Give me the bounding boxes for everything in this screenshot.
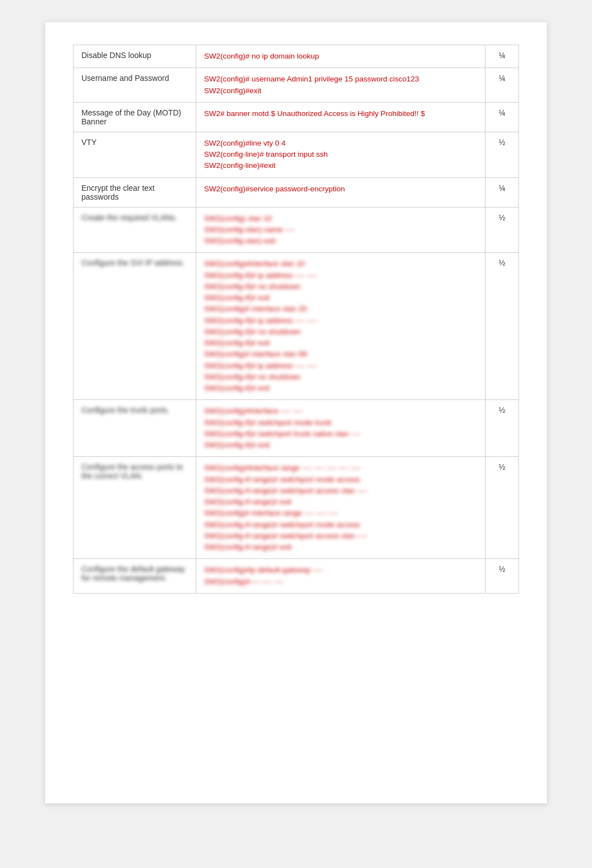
table-row: Configure the trunk ports.SW2(config)#in… — [74, 400, 519, 457]
table-row: Create the required VLANs.SW2(config) vl… — [74, 207, 519, 253]
points-cell: ¼ — [486, 102, 519, 132]
command-cell: SW2(config)#interface ---- ----SW2(confi… — [196, 400, 486, 457]
table-row: Disable DNS lookupSW2(config)# no ip dom… — [74, 45, 519, 68]
points-cell: ½ — [486, 559, 519, 594]
table-row: Username and PasswordSW2(config)# userna… — [74, 68, 519, 103]
points-cell: ¼ — [486, 177, 519, 207]
points-cell: ½ — [486, 207, 519, 253]
command-cell: SW2(config)#ip default-gateway ----SW2(c… — [196, 559, 486, 594]
points-cell: ½ — [486, 457, 519, 559]
config-table: Disable DNS lookupSW2(config)# no ip dom… — [73, 45, 519, 594]
table-row: Encrypt the clear text passwordsSW2(conf… — [74, 177, 519, 207]
command-cell: SW2# banner motd $ Unauthorized Access i… — [196, 102, 486, 132]
points-cell: ½ — [486, 400, 519, 457]
task-cell: Configure the trunk ports. — [74, 400, 196, 457]
task-cell: Username and Password — [74, 68, 196, 103]
command-cell: SW2(config)#service password-encryption — [196, 177, 486, 207]
task-cell: VTY — [74, 132, 196, 177]
points-cell: ¼ — [486, 45, 519, 68]
task-cell: Disable DNS lookup — [74, 45, 196, 68]
table-row: Configure the default gateway for remote… — [74, 559, 519, 594]
command-cell: SW2(config)#interface vlan 10SW2(config-… — [196, 253, 486, 400]
task-cell: Configure the default gateway for remote… — [74, 559, 196, 594]
task-cell: Encrypt the clear text passwords — [74, 177, 196, 207]
command-cell: SW2(config)# no ip domain lookup — [196, 45, 486, 68]
command-cell: SW2(config)#line vty 0 4SW2(config-line)… — [196, 132, 486, 177]
table-row: Configure the SVI IP address.SW2(config)… — [74, 253, 519, 400]
points-cell: ½ — [486, 253, 519, 400]
task-cell: Configure the SVI IP address. — [74, 253, 196, 400]
page: Disable DNS lookupSW2(config)# no ip dom… — [45, 22, 547, 803]
points-cell: ¼ — [486, 68, 519, 103]
table-row: Message of the Day (MOTD) BannerSW2# ban… — [74, 102, 519, 132]
task-cell: Message of the Day (MOTD) Banner — [74, 102, 196, 132]
command-cell: SW2(config)# username Admin1 privilege 1… — [196, 68, 486, 103]
task-cell: Create the required VLANs. — [74, 207, 196, 253]
command-cell: SW2(config)#interface range ---- ---- --… — [196, 457, 486, 559]
task-cell: Configure the access ports to the correc… — [74, 457, 196, 559]
points-cell: ½ — [486, 132, 519, 177]
command-cell: SW2(config) vlan 10SW2(config-vlan) name… — [196, 207, 486, 253]
table-row: Configure the access ports to the correc… — [74, 457, 519, 559]
table-row: VTYSW2(config)#line vty 0 4SW2(config-li… — [74, 132, 519, 177]
